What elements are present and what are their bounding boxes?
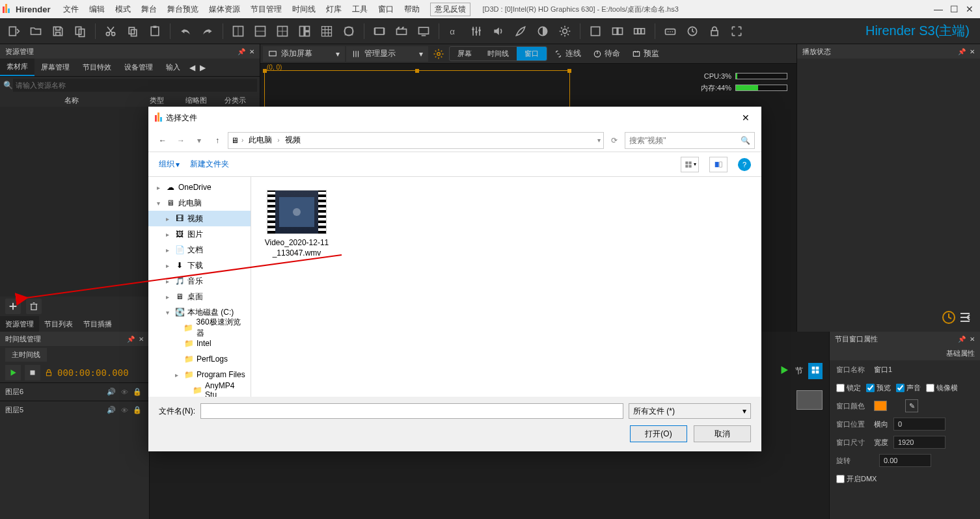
grid6-icon[interactable] — [339, 21, 359, 41]
tab-prev-icon[interactable]: ◀ — [187, 63, 197, 72]
layer-lock-icon[interactable]: 🔒 — [131, 388, 144, 396]
organize-button[interactable]: 组织 ▾ — [159, 159, 180, 170]
tab-input[interactable]: 输入 — [159, 59, 187, 76]
eye-icon[interactable]: 👁 — [118, 406, 131, 414]
win3-icon[interactable] — [630, 21, 649, 41]
cut-icon[interactable] — [101, 21, 120, 41]
tab-next-icon[interactable]: ▶ — [197, 63, 208, 72]
playback-pin-icon[interactable]: 📌 — [958, 48, 966, 55]
filter-dropdown[interactable]: 所有文件 (*)▾ — [629, 403, 751, 419]
seg-timeline[interactable]: 时间线 — [480, 47, 517, 60]
grid3-icon[interactable] — [273, 21, 292, 41]
lock-icon[interactable] — [705, 21, 724, 41]
menu-stage-preview[interactable]: 舞台预览 — [162, 4, 204, 15]
resource-search-input[interactable] — [13, 79, 257, 92]
win2-icon[interactable] — [608, 21, 627, 41]
preview-checkbox[interactable]: 预览 — [866, 383, 891, 393]
view-mode-button[interactable]: ▾ — [681, 157, 699, 172]
tree-item[interactable]: ▸📁Program Files — [148, 367, 251, 382]
sound-icon[interactable] — [489, 21, 508, 41]
tl-close-icon[interactable]: ✕ — [139, 336, 144, 343]
clip-thumbnail[interactable] — [796, 390, 823, 410]
pos-input[interactable] — [893, 418, 946, 431]
lock-checkbox[interactable]: 锁定 — [836, 383, 861, 393]
add-resource-button[interactable] — [5, 299, 21, 314]
tree-item[interactable]: 📁PerfLogs — [148, 351, 251, 367]
lower-tab-program-insert[interactable]: 节目插播 — [78, 316, 117, 332]
close-button[interactable]: ✕ — [962, 4, 977, 14]
copy2-icon[interactable] — [123, 21, 143, 41]
tab-materials[interactable]: 素材库 — [0, 59, 34, 76]
grid5-icon[interactable] — [317, 21, 336, 41]
open-icon[interactable] — [26, 21, 46, 41]
new-icon[interactable] — [4, 21, 23, 41]
brightness-icon[interactable] — [555, 21, 575, 41]
dialog-search-input[interactable] — [629, 136, 741, 145]
tree-item[interactable]: 📁360极速浏览器 — [148, 320, 251, 336]
menu-media[interactable]: 媒体资源 — [204, 4, 245, 15]
nav-up-icon[interactable]: ↑ — [210, 136, 225, 145]
rotate-input[interactable] — [879, 454, 931, 467]
manage-display-dropdown[interactable]: 管理显示 ▾ — [346, 46, 428, 62]
tree-item[interactable]: ▸🎞视频 — [148, 211, 251, 226]
menu-program[interactable]: 节目管理 — [245, 4, 287, 15]
tab-screen-mgmt[interactable]: 屏幕管理 — [34, 59, 76, 76]
tune-icon[interactable] — [467, 21, 486, 41]
layer-row[interactable]: 图层6 🔊 👁 🔒 — [0, 382, 149, 401]
tree-item[interactable]: 📁AnyMP4 Stu — [148, 382, 251, 397]
win1-icon[interactable] — [586, 21, 605, 41]
color-swatch[interactable] — [874, 401, 887, 411]
crumb-item[interactable]: 此电脑 — [246, 135, 275, 146]
wire-button[interactable]: 连线 — [549, 46, 586, 62]
new-folder-button[interactable]: 新建文件夹 — [190, 159, 229, 170]
tree-item[interactable]: ▸📄文档 — [148, 242, 251, 258]
stop-button[interactable] — [25, 365, 40, 380]
preview-button[interactable]: 预监 — [627, 46, 664, 62]
speaker-icon[interactable]: 🔊 — [105, 388, 118, 396]
undo-icon[interactable] — [176, 21, 195, 41]
clip-icon[interactable] — [392, 21, 411, 41]
nav-back-icon[interactable]: ← — [155, 136, 170, 145]
menu-tools[interactable]: 工具 — [347, 4, 373, 15]
dialog-close-icon[interactable]: ✕ — [737, 113, 755, 123]
eye-icon[interactable]: 👁 — [118, 388, 131, 396]
feather-icon[interactable] — [511, 21, 530, 41]
dialog-search[interactable]: 🔍 — [625, 132, 755, 149]
save-icon[interactable] — [48, 21, 68, 41]
grid1-icon[interactable] — [228, 21, 248, 41]
breadcrumb[interactable]: 🖥› 此电脑› 视频 ▾ — [228, 132, 604, 149]
tree-item[interactable]: ▾🖥此电脑 — [148, 195, 251, 211]
fullscreen-icon[interactable] — [727, 21, 746, 41]
lower-tab-resource[interactable]: 资源管理 — [0, 316, 39, 332]
standby-button[interactable]: 待命 — [588, 46, 625, 62]
redo-icon[interactable] — [198, 21, 217, 41]
tab-device-mgmt[interactable]: 设备管理 — [118, 59, 159, 76]
menu-file[interactable]: 文件 — [58, 4, 84, 15]
tree-item[interactable]: ▸⬇下载 — [148, 258, 251, 273]
contrast-icon[interactable] — [533, 21, 552, 41]
tab-effects[interactable]: 节目特效 — [76, 59, 118, 76]
tree-item[interactable]: ▸🖥桌面 — [148, 289, 251, 304]
add-screen-dropdown[interactable]: 添加屏幕 ▾ — [263, 46, 345, 62]
maximize-button[interactable]: ☐ — [946, 4, 962, 14]
filename-input[interactable] — [200, 403, 623, 419]
menu-stage[interactable]: 舞台 — [136, 4, 162, 15]
menu-timeline[interactable]: 时间线 — [287, 4, 321, 15]
monitor-icon[interactable] — [414, 21, 433, 41]
seg-window[interactable]: 窗口 — [517, 47, 547, 60]
file-item[interactable]: Video_2020-12-11_113047.wmv — [264, 190, 329, 258]
section-basic[interactable]: 基础属性 — [830, 346, 980, 360]
nav-recent-icon[interactable]: ▾ — [191, 136, 207, 145]
refresh-icon[interactable]: ⟳ — [606, 136, 622, 145]
crumb-item[interactable]: 视频 — [282, 135, 303, 146]
paste-icon[interactable] — [145, 21, 165, 41]
lower-tab-program-list[interactable]: 节目列表 — [39, 316, 78, 332]
size-input[interactable] — [893, 436, 946, 449]
grid4-icon[interactable] — [295, 21, 314, 41]
playback-close-icon[interactable]: ✕ — [970, 48, 975, 55]
mirror-checkbox[interactable]: 镜像横 — [926, 383, 958, 393]
seg-screen[interactable]: 屏幕 — [450, 47, 480, 60]
film-icon[interactable] — [370, 21, 389, 41]
menu-mode[interactable]: 模式 — [110, 4, 136, 15]
dmx-checkbox[interactable]: 开启DMX — [836, 474, 877, 484]
